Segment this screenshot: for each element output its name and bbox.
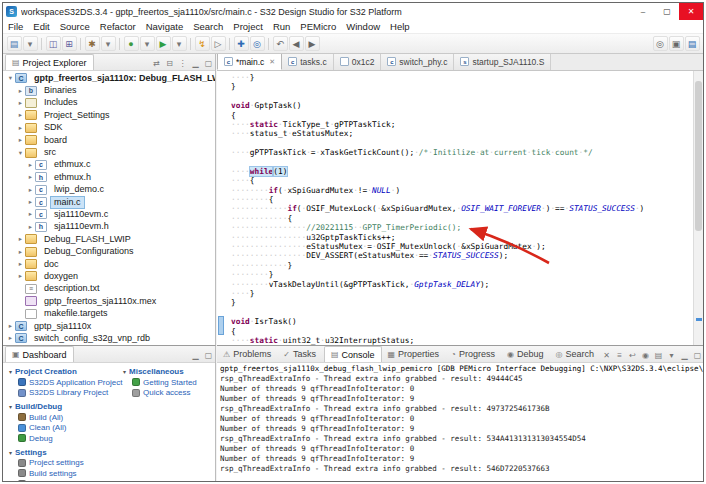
menu-window[interactable]: Window xyxy=(341,21,385,32)
dashboard-link-s32ds-application-project[interactable]: S32DS Application Project xyxy=(9,377,123,388)
tree-collapsed-arrow-icon[interactable]: ▸ xyxy=(6,334,15,342)
tree-collapsed-arrow-icon[interactable]: ▸ xyxy=(26,173,35,181)
tree-item[interactable]: ▸Cgptp_sja1110x xyxy=(3,320,215,332)
tree-collapsed-arrow-icon[interactable]: ▸ xyxy=(16,248,25,256)
menu-edit[interactable]: Edit xyxy=(28,21,54,32)
section-expand-icon[interactable]: ▾ xyxy=(9,449,12,456)
toolbar-new-icon[interactable]: ▤ xyxy=(7,36,22,51)
toolbar-run-dropdown-icon[interactable]: ▾ xyxy=(172,36,187,51)
tree-expanded-arrow-icon[interactable]: ▾ xyxy=(6,74,15,82)
section-expand-icon[interactable]: ▾ xyxy=(123,368,126,375)
close-button[interactable]: ✕ xyxy=(679,3,703,20)
tree-collapsed-arrow-icon[interactable]: ▸ xyxy=(16,111,25,119)
menu-pemicro[interactable]: PEMicro xyxy=(295,21,341,32)
toolbar-flash-programmer-icon[interactable]: ↯ xyxy=(195,36,210,51)
dashboard-link-project-settings[interactable]: Project settings xyxy=(9,458,123,469)
link-with-editor-icon[interactable]: ⇄ xyxy=(150,56,163,70)
pin-console-icon[interactable]: ◉ xyxy=(639,348,652,362)
dashboard-link-build-settings[interactable]: Build settings xyxy=(9,468,123,479)
tree-collapsed-arrow-icon[interactable]: ▸ xyxy=(16,87,25,95)
dashboard-section-title[interactable]: ▾Build/Debug xyxy=(9,401,123,412)
tree-item[interactable]: ▸bBinaries xyxy=(3,84,215,96)
menu-help[interactable]: Help xyxy=(385,21,415,32)
tree-item[interactable]: ▾src xyxy=(3,146,215,158)
tree-item[interactable]: ▸doc xyxy=(3,258,215,270)
tree-collapsed-arrow-icon[interactable]: ▸ xyxy=(16,124,25,132)
toolbar-perspective-debug-icon[interactable]: ▣ xyxy=(669,36,684,51)
tree-item[interactable]: ▸cmain.c xyxy=(3,196,215,208)
tree-item[interactable]: ▸board xyxy=(3,134,215,146)
close-tab-icon[interactable]: ✕ xyxy=(269,58,275,66)
tree-collapsed-arrow-icon[interactable]: ▸ xyxy=(16,99,25,107)
tree-collapsed-arrow-icon[interactable]: ▸ xyxy=(16,235,25,243)
view-tab-tasks[interactable]: ✓Tasks xyxy=(277,346,322,362)
minimize-icon[interactable]: ▁ xyxy=(678,348,691,362)
tree-collapsed-arrow-icon[interactable]: ▸ xyxy=(26,198,35,206)
editor-tab-switch-phy-c[interactable]: cswitch_phy.c xyxy=(381,54,454,70)
view-tab-problems[interactable]: ⚠Problems xyxy=(217,346,277,362)
dashboard-tab[interactable]: ▣ Dashboard xyxy=(5,346,74,362)
view-tab-console[interactable]: ▤Console xyxy=(324,346,382,362)
display-selected-console-icon[interactable]: ▤ xyxy=(652,348,665,362)
toolbar-run-icon[interactable]: ▶ xyxy=(156,36,171,51)
dashboard-link-s32ds-library-project[interactable]: S32DS Library Project xyxy=(9,388,123,399)
dashboard-section-title[interactable]: ▾Miscellaneous xyxy=(123,366,213,377)
editor-scrollbar-thumb[interactable] xyxy=(695,81,702,231)
toolbar-new-wizard-icon[interactable]: ✚ xyxy=(234,36,249,51)
tree-item[interactable]: ≡description.txt xyxy=(3,283,215,295)
tree-item[interactable]: ▸hethmux.h xyxy=(3,171,215,183)
view-tab-progress[interactable]: ◔Progress xyxy=(445,346,501,362)
dashboard-link-debug[interactable]: Debug xyxy=(9,433,123,444)
toolbar-build-all-icon[interactable]: ✱ xyxy=(85,36,100,51)
view-menu-icon[interactable]: ⋮ xyxy=(176,56,189,70)
editor-tab-tasks-c[interactable]: ctasks.c xyxy=(282,54,333,70)
menu-file[interactable]: File xyxy=(3,21,28,32)
menu-refactor[interactable]: Refactor xyxy=(95,21,141,32)
toolbar-back-icon[interactable]: ◀ xyxy=(289,36,304,51)
maximize-icon[interactable]: ▢ xyxy=(202,56,215,70)
tree-item[interactable]: ▸SDK xyxy=(3,122,215,134)
open-console-dropdown-icon[interactable]: ▾ xyxy=(665,348,678,362)
tree-collapsed-arrow-icon[interactable]: ▸ xyxy=(26,223,35,231)
toolbar-save-all-icon[interactable]: ⊞ xyxy=(62,36,77,51)
project-tree[interactable]: ▾Cgptp_freertos_sja1110x: Debug_FLASH_LW… xyxy=(3,71,215,344)
minimize-icon[interactable]: ▁ xyxy=(189,56,202,70)
tree-collapsed-arrow-icon[interactable]: ▸ xyxy=(26,161,35,169)
tree-item[interactable]: ▸clwip_demo.c xyxy=(3,184,215,196)
tree-item[interactable]: ▸Project_Settings xyxy=(3,109,215,121)
editor-scrollbar[interactable] xyxy=(693,71,703,345)
section-expand-icon[interactable]: ▾ xyxy=(9,403,12,410)
menu-run[interactable]: Run xyxy=(268,21,295,32)
dashboard-link-quick-access[interactable]: Quick access xyxy=(123,388,213,399)
code-editor[interactable]: ····}}void·GptpTask(){····static·TickTyp… xyxy=(217,71,693,345)
scroll-lock-icon[interactable]: ≡ xyxy=(613,348,626,362)
tree-item[interactable]: ▸Debug_FLASH_LWIP xyxy=(3,233,215,245)
toolbar-quick-access-search-icon[interactable]: ◎ xyxy=(653,36,668,51)
maximize-icon[interactable]: ▢ xyxy=(202,348,215,362)
tree-expanded-arrow-icon[interactable]: ▾ xyxy=(16,149,25,157)
collapse-all-icon[interactable]: ⊟ xyxy=(163,56,176,70)
dashboard-link-build-all-[interactable]: Build (All) xyxy=(9,412,123,423)
toolbar-new-dropdown-icon[interactable]: ▾ xyxy=(23,36,38,51)
section-expand-icon[interactable]: ▾ xyxy=(9,368,12,375)
tree-item[interactable]: ▸csja1110evm.c xyxy=(3,208,215,220)
menu-navigate[interactable]: Navigate xyxy=(141,21,189,32)
menu-project[interactable]: Project xyxy=(228,21,268,32)
toolbar-debug-icon[interactable]: ● xyxy=(124,36,139,51)
editor-tab--main-c[interactable]: c*main.c✕ xyxy=(217,54,282,70)
dashboard-section-title[interactable]: ▾Settings xyxy=(9,447,123,458)
dashboard-link-debug-settings[interactable]: Debug settings xyxy=(9,479,123,482)
tree-item[interactable]: ▾Cgptp_freertos_sja1110x: Debug_FLASH_LW… xyxy=(3,72,215,84)
menu-source[interactable]: Source xyxy=(55,21,95,32)
dashboard-link-clean-all-[interactable]: Clean (All) xyxy=(9,423,123,434)
dashboard-section-title[interactable]: ▾Project Creation xyxy=(9,366,123,377)
toolbar-last-edit-icon[interactable]: ↶ xyxy=(273,36,288,51)
tree-collapsed-arrow-icon[interactable]: ▸ xyxy=(16,136,25,144)
toolbar-build-dropdown-icon[interactable]: ▾ xyxy=(101,36,116,51)
tree-item[interactable]: makefile.targets xyxy=(3,307,215,319)
view-tab-debug[interactable]: ◉Debug xyxy=(501,346,550,362)
toolbar-perspective-cpp-icon[interactable]: ▤ xyxy=(685,36,700,51)
tree-item[interactable]: ▸hsja1110evm.h xyxy=(3,221,215,233)
tree-collapsed-arrow-icon[interactable]: ▸ xyxy=(16,272,25,280)
toolbar-save-icon[interactable]: ◫ xyxy=(46,36,61,51)
